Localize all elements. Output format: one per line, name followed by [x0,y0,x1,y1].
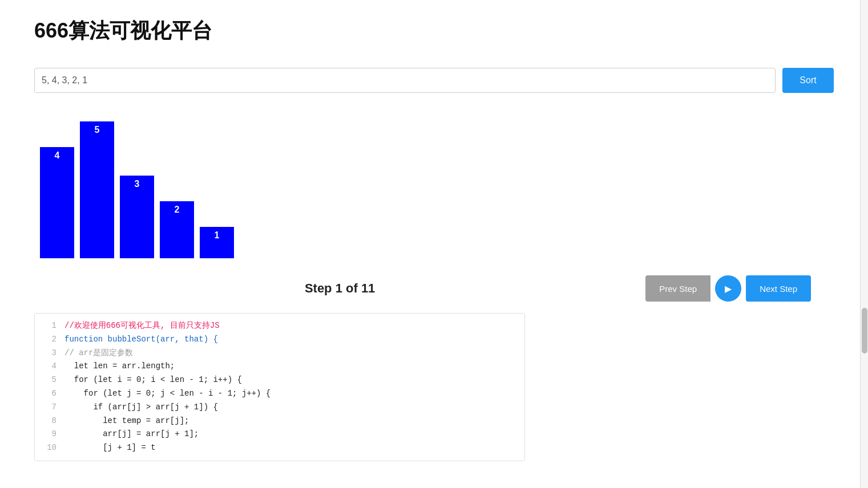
line-number: 6 [41,387,56,401]
step-buttons: Prev Step ▶ Next Step [645,275,811,302]
bar: 2 [160,201,194,258]
code-line: 2function bubbleSort(arr, that) { [35,333,524,347]
code-line: 8 let temp = arr[j]; [35,414,524,428]
bar: 4 [40,147,74,258]
sort-button[interactable]: Sort [782,68,834,93]
bar-wrap: 2 [160,201,194,258]
step-label: Step 1 of 11 [34,281,645,296]
bar-wrap: 5 [80,121,114,258]
bar: 1 [200,227,234,258]
line-number: 1 [41,319,56,333]
line-number: 7 [41,401,56,414]
play-button[interactable]: ▶ [715,275,741,302]
code-block: 1//欢迎使用666可视化工具, 目前只支持JS2function bubble… [34,313,525,461]
bar-value-label: 1 [215,230,220,241]
line-text: // arr是固定参数 [64,347,133,360]
bar-wrap: 1 [200,227,234,258]
line-text: for (let i = 0; i < len - 1; i++) { [64,373,242,387]
bar-value-label: 4 [55,151,60,161]
play-icon: ▶ [725,283,732,294]
prev-step-button[interactable]: Prev Step [645,275,710,302]
code-line: 9 arr[j] = arr[j + 1]; [35,428,524,441]
code-line: 6 for (let j = 0; j < len - i - 1; j++) … [35,387,524,401]
line-text: //欢迎使用666可视化工具, 目前只支持JS [64,319,220,333]
bar-wrap: 3 [120,176,154,258]
line-number: 3 [41,347,56,360]
scrollbar-thumb[interactable] [862,308,867,353]
code-line: 7 if (arr[j] > arr[j + 1]) { [35,401,524,414]
line-text: [j + 1] = t [64,441,156,455]
line-number: 8 [41,414,56,428]
line-number: 2 [41,333,56,347]
line-text: let len = arr.length; [64,360,175,373]
bar-value-label: 3 [135,179,140,189]
line-text: if (arr[j] > arr[j + 1]) { [64,401,218,414]
line-text: function bubbleSort(arr, that) { [64,333,218,347]
array-input[interactable] [34,68,776,93]
input-row: Sort [34,68,834,93]
line-text: for (let j = 0; j < len - i - 1; j++) { [64,387,271,401]
line-number: 5 [41,373,56,387]
bar-value-label: 2 [175,205,180,215]
line-text: arr[j] = arr[j + 1]; [64,428,199,441]
code-line: 5 for (let i = 0; i < len - 1; i++) { [35,373,524,387]
page-title: 666算法可视化平台 [34,17,834,45]
next-step-button[interactable]: Next Step [746,275,811,302]
bar-chart: 45321 [34,110,834,258]
code-line: 4 let len = arr.length; [35,360,524,373]
bar-wrap: 4 [40,147,74,258]
bar: 3 [120,176,154,258]
line-number: 4 [41,360,56,373]
controls-row: Step 1 of 11 Prev Step ▶ Next Step [34,275,834,302]
code-line: 3// arr是固定参数 [35,347,524,360]
bar: 5 [80,121,114,258]
line-number: 9 [41,428,56,441]
code-line: 1//欢迎使用666可视化工具, 目前只支持JS [35,319,524,333]
scrollbar-track[interactable] [860,0,868,478]
page-wrapper: 666算法可视化平台 Sort 45321 Step 1 of 11 Prev … [0,0,868,478]
line-number: 10 [41,441,56,455]
line-text: let temp = arr[j]; [64,414,189,428]
bar-value-label: 5 [95,125,100,135]
code-line: 10 [j + 1] = t [35,441,524,455]
